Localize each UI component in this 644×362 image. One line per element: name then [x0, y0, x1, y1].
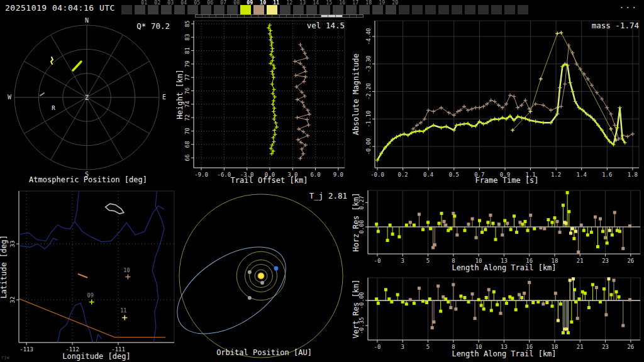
residual-point — [475, 236, 478, 239]
camera-box-09[interactable]: 09 — [240, 5, 251, 14]
residual-point — [539, 226, 542, 229]
residual-point — [431, 246, 435, 249]
camera-box-03[interactable]: 03 — [161, 5, 172, 14]
residual-point — [377, 302, 380, 305]
x-tick-label: 23 — [602, 258, 609, 264]
camera-box-17[interactable]: 17 — [346, 5, 357, 14]
residual-point — [511, 297, 514, 300]
residual-point — [613, 211, 616, 214]
residual-point — [523, 220, 526, 223]
y-tick-label: 70 — [184, 128, 191, 134]
camera-box-14[interactable]: 14 — [306, 5, 317, 14]
residual-point — [571, 227, 574, 230]
x-axis-label: Trail Offset [km] — [231, 176, 308, 185]
camera-box-12[interactable]: 12 — [280, 5, 291, 14]
camera-box-20[interactable]: 20 — [386, 5, 396, 14]
camera-slot[interactable] — [478, 5, 489, 14]
scrubber-segment — [265, 15, 272, 17]
panel-title: mass -1.74 — [592, 21, 639, 30]
residual-point — [492, 290, 496, 293]
camera-box-07[interactable]: 07 — [214, 5, 225, 14]
scrubber-segment — [357, 15, 363, 17]
residual-point — [455, 233, 458, 236]
residual-point — [436, 285, 440, 288]
camera-slot[interactable] — [399, 5, 409, 14]
y-tick-label: 66 — [184, 155, 191, 162]
y-tick-label: 68 — [184, 141, 191, 148]
camera-box-01[interactable]: 01 — [135, 5, 145, 14]
residual-point — [533, 227, 536, 230]
camera-box-06[interactable]: 06 — [201, 5, 211, 14]
residual-point — [409, 221, 412, 224]
residual-point — [418, 287, 421, 290]
residual-point — [397, 235, 401, 238]
camera-box-19[interactable]: 19 — [372, 5, 383, 14]
residual-point — [599, 217, 602, 221]
camera-slot[interactable] — [465, 5, 475, 14]
station-label-09: 09 — [87, 292, 94, 299]
residual-point — [529, 214, 532, 217]
residual-point — [572, 277, 575, 280]
camera-box-05[interactable]: 05 — [187, 5, 198, 14]
camera-slot[interactable] — [412, 5, 423, 14]
station-label-11: 11 — [120, 307, 126, 314]
river — [58, 303, 93, 342]
scrubber-segment — [203, 15, 209, 17]
residual-point — [490, 309, 493, 312]
camera-box-label: 05 — [194, 1, 200, 6]
light-curve-panel: -0.00.20.40.50.70.91.11.21.41.61.8-4.40-… — [352, 18, 644, 187]
plot-frame — [19, 191, 174, 343]
residual-point — [541, 302, 545, 305]
camera-slot[interactable] — [121, 5, 132, 14]
residual-point — [569, 232, 572, 235]
camera-box-label: 01 — [141, 1, 147, 6]
camera-slot[interactable] — [438, 5, 449, 14]
x-tick-label: 0.5 — [449, 172, 459, 178]
camera-box-label: 12 — [286, 1, 292, 6]
residual-point — [429, 227, 432, 230]
residual-point — [503, 219, 506, 222]
camera-box-18[interactable]: 18 — [359, 5, 370, 14]
camera-box-04[interactable]: 04 — [174, 5, 185, 14]
camera-box-08[interactable]: 08 — [227, 5, 238, 14]
residual-point — [375, 297, 378, 300]
x-tick-label: 23 — [602, 344, 609, 350]
residual-point — [502, 297, 506, 300]
camera-box-10[interactable]: 10 — [253, 5, 264, 14]
camera-box-11[interactable]: 11 — [267, 5, 277, 14]
watermark: rjw — [1, 355, 9, 360]
residual-point — [528, 281, 531, 284]
x-tick-label: 1.6 — [602, 172, 612, 178]
camera-box-label: 16 — [339, 1, 345, 6]
residual-point — [452, 212, 455, 215]
x-tick-label: -0 — [374, 258, 381, 264]
camera-box-15[interactable]: 15 — [319, 5, 330, 14]
x-axis-label: Frame Time [s] — [475, 176, 538, 185]
trail-offset-chart: -9.0-6.0-3.00.03.06.09.08583817977767472… — [176, 18, 352, 187]
residual-point — [574, 230, 577, 233]
residual-point — [514, 308, 518, 311]
residual-point — [391, 233, 394, 236]
camera-slot[interactable] — [518, 5, 528, 14]
camera-box-02[interactable]: 02 — [148, 5, 158, 14]
camera-box-13[interactable]: 13 — [293, 5, 304, 14]
residual-point — [463, 296, 466, 299]
camera-slot[interactable] — [425, 5, 436, 14]
camera-slot[interactable] — [504, 5, 515, 14]
camera-box-label: 07 — [220, 1, 226, 6]
camera-box-16[interactable]: 16 — [333, 5, 343, 14]
scrubber-segment — [196, 15, 203, 17]
camera-slot[interactable] — [491, 5, 502, 14]
residual-point — [497, 222, 501, 226]
overflow-menu[interactable]: ... — [619, 1, 638, 10]
x-tick-label: 5 — [426, 258, 430, 264]
residual-point — [570, 321, 573, 324]
y-axis-label: Height [km] — [176, 69, 184, 119]
camera-slot[interactable] — [452, 5, 462, 14]
y-tick-label: -2.20 — [365, 83, 372, 100]
residual-point — [587, 306, 591, 309]
panel-title: T_j 2.81 — [309, 191, 347, 200]
residual-point — [431, 326, 434, 329]
x-axis-label: Orbital Position [AU] — [216, 348, 312, 357]
residual-point — [426, 221, 430, 224]
